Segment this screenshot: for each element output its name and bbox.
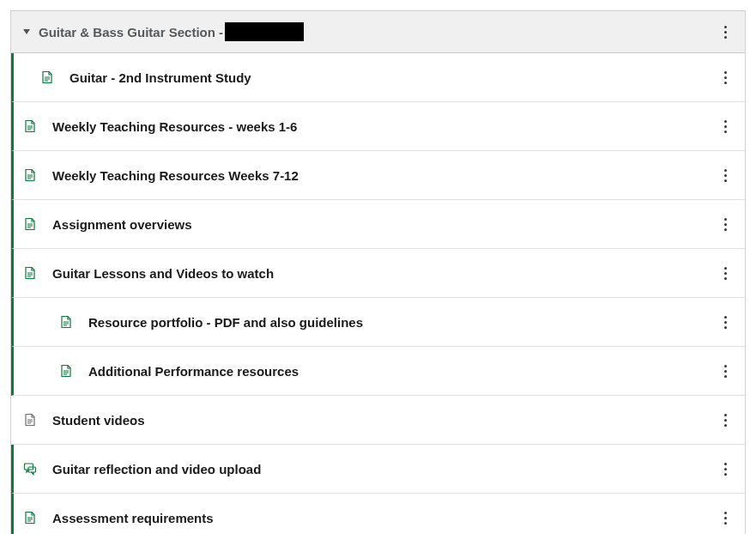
item-kebab-menu[interactable] bbox=[717, 67, 733, 88]
list-item[interactable]: Additional Performance resources bbox=[11, 347, 745, 396]
list-item[interactable]: Assignment overviews bbox=[11, 200, 745, 249]
section-container: Guitar & Bass Guitar Section - Guitar - … bbox=[10, 10, 746, 534]
item-label: Additional Performance resources bbox=[88, 364, 717, 379]
item-kebab-menu[interactable] bbox=[717, 214, 733, 234]
page-icon bbox=[23, 119, 37, 133]
page-icon bbox=[59, 315, 73, 329]
page-icon bbox=[23, 217, 37, 231]
list-item[interactable]: Resource portfolio - PDF and also guidel… bbox=[11, 298, 745, 347]
list-item[interactable]: Student videos bbox=[11, 396, 745, 445]
redacted-block bbox=[225, 22, 304, 41]
list-item[interactable]: Guitar - 2nd Instrument Study bbox=[11, 53, 745, 102]
item-label: Student videos bbox=[52, 413, 717, 428]
list-item[interactable]: Assessment requirements bbox=[11, 494, 745, 534]
disclosure-triangle-icon bbox=[23, 29, 30, 34]
item-label: Assignment overviews bbox=[52, 217, 717, 232]
page-icon bbox=[23, 511, 37, 525]
item-label: Guitar Lessons and Videos to watch bbox=[52, 266, 717, 281]
item-kebab-menu[interactable] bbox=[717, 165, 733, 185]
item-label: Weekly Teaching Resources Weeks 7-12 bbox=[52, 168, 717, 183]
page-icon bbox=[40, 70, 54, 84]
section-header[interactable]: Guitar & Bass Guitar Section - bbox=[11, 11, 745, 53]
item-kebab-menu[interactable] bbox=[717, 312, 733, 332]
item-kebab-menu[interactable] bbox=[717, 507, 733, 528]
section-title: Guitar & Bass Guitar Section - bbox=[39, 25, 223, 39]
discussion-icon bbox=[23, 462, 37, 476]
page-icon bbox=[23, 168, 37, 182]
page-icon bbox=[23, 413, 37, 427]
item-kebab-menu[interactable] bbox=[717, 410, 733, 430]
page-icon bbox=[23, 266, 37, 280]
item-kebab-menu[interactable] bbox=[717, 458, 733, 479]
section-item-list: Guitar - 2nd Instrument Study Weekly Tea… bbox=[11, 53, 745, 534]
item-label: Guitar - 2nd Instrument Study bbox=[70, 70, 717, 85]
list-item[interactable]: Guitar reflection and video upload bbox=[11, 445, 745, 494]
page-icon bbox=[59, 364, 73, 378]
item-label: Resource portfolio - PDF and also guidel… bbox=[88, 315, 717, 330]
item-label: Guitar reflection and video upload bbox=[52, 462, 717, 476]
item-label: Weekly Teaching Resources - weeks 1-6 bbox=[52, 119, 717, 134]
item-label: Assessment requirements bbox=[52, 511, 717, 525]
item-kebab-menu[interactable] bbox=[717, 361, 733, 381]
item-kebab-menu[interactable] bbox=[717, 263, 733, 283]
section-kebab-menu[interactable] bbox=[717, 21, 733, 42]
list-item[interactable]: Weekly Teaching Resources Weeks 7-12 bbox=[11, 151, 745, 200]
list-item[interactable]: Weekly Teaching Resources - weeks 1-6 bbox=[11, 102, 745, 151]
item-kebab-menu[interactable] bbox=[717, 116, 733, 137]
list-item[interactable]: Guitar Lessons and Videos to watch bbox=[11, 249, 745, 298]
section-title-wrap: Guitar & Bass Guitar Section - bbox=[39, 22, 717, 41]
